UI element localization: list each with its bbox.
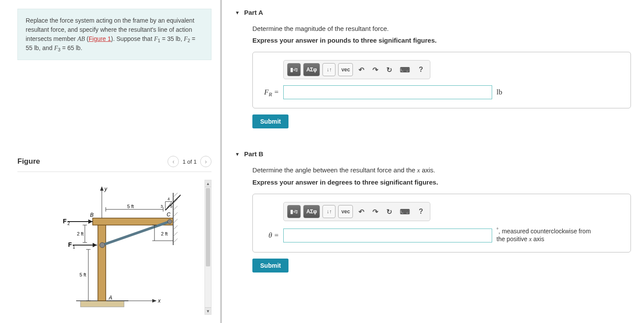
problem-statement: Replace the force system acting on the f…	[17, 9, 211, 60]
undo-icon[interactable]: ↶	[356, 63, 367, 76]
part-b-input[interactable]	[283, 229, 492, 242]
pager-next-button[interactable]: ›	[200, 156, 211, 167]
svg-text:1: 1	[73, 245, 75, 249]
svg-marker-17	[100, 186, 104, 191]
part-a-answer-row: FR = lb	[262, 85, 622, 99]
svg-line-8	[173, 212, 178, 217]
figure-title: Figure	[17, 157, 40, 166]
equation-toolbar-b: ▮√▯ ΑΣφ ↓↑ vec ↶ ↷ ↻ ⌨ ?	[283, 202, 430, 221]
svg-point-15	[168, 219, 172, 224]
svg-text:y: y	[104, 186, 107, 192]
equation-toolbar-a: ▮√▯ ΑΣφ ↓↑ vec ↶ ↷ ↻ ⌨ ?	[283, 60, 430, 79]
scroll-down-icon[interactable]: ▼	[205, 307, 211, 314]
svg-text:5 ft: 5 ft	[127, 204, 134, 209]
part-a-title: Part A	[244, 9, 263, 16]
part-b-body: Determine the angle between the resultan…	[235, 162, 631, 281]
svg-text:4: 4	[168, 197, 170, 201]
svg-text:F: F	[68, 241, 72, 248]
part-a-format: Express your answer in pounds to three s…	[252, 37, 631, 44]
svg-rect-2	[98, 221, 106, 301]
f1-val: = 35 lb	[160, 35, 180, 42]
part-b-variable: θ =	[262, 231, 279, 240]
svg-text:2: 2	[67, 221, 70, 226]
help-button[interactable]: ?	[415, 63, 426, 76]
part-b-title: Part B	[244, 150, 263, 158]
svg-marker-23	[88, 219, 93, 224]
part-b-submit-button[interactable]: Submit	[252, 259, 288, 273]
caret-down-icon: ▼	[235, 151, 240, 157]
part-b-header[interactable]: ▼ Part B	[235, 146, 631, 162]
problem-text2: ). Suppose that	[111, 35, 154, 42]
pager-text: 1 of 1	[182, 158, 197, 165]
part-a-body: Determine the magnitude of the resultant…	[235, 20, 631, 137]
template-button[interactable]: ▮√▯	[287, 205, 301, 218]
part-b-answer-box: ▮√▯ ΑΣφ ↓↑ vec ↶ ↷ ↻ ⌨ ? θ = °, measured…	[252, 194, 631, 252]
figure-content: y x F2 F1 F3	[17, 180, 211, 315]
figure-link[interactable]: Figure 1	[89, 35, 111, 42]
vec-button[interactable]: vec	[338, 205, 353, 218]
svg-text:C: C	[167, 212, 171, 218]
left-panel: Replace the force system acting on the f…	[0, 0, 222, 323]
member-ab: AB	[77, 36, 85, 42]
scripts-button[interactable]: ↓↑	[322, 205, 335, 218]
f2-sym: F	[184, 36, 188, 42]
redo-icon[interactable]: ↷	[369, 205, 381, 218]
svg-line-12	[173, 239, 178, 243]
part-a-input[interactable]	[283, 85, 492, 99]
svg-rect-0	[80, 301, 124, 307]
f2-sub: 2	[188, 38, 190, 43]
keyboard-icon[interactable]: ⌨	[397, 205, 413, 218]
part-a-unit: lb	[496, 88, 502, 97]
svg-text:B: B	[90, 212, 94, 218]
part-a-answer-box: ▮√▯ ΑΣφ ↓↑ vec ↶ ↷ ↻ ⌨ ? FR = lb	[252, 52, 631, 108]
scroll-thumb[interactable]	[206, 188, 210, 266]
figure-scrollbar[interactable]: ▲ ▼	[205, 180, 211, 315]
f3-sym: F	[54, 45, 58, 51]
reset-icon[interactable]: ↻	[383, 63, 395, 76]
template-button[interactable]: ▮√▯	[287, 63, 301, 76]
keyboard-icon[interactable]: ⌨	[397, 63, 413, 76]
f3-val: = 65 lb	[60, 44, 80, 51]
part-a-submit-button[interactable]: Submit	[252, 114, 288, 128]
figure-pager: ‹ 1 of 1 ›	[168, 156, 211, 167]
greek-button[interactable]: ΑΣφ	[303, 205, 320, 218]
part-b-unit: °, measured counterclockwise from the po…	[496, 227, 592, 243]
undo-icon[interactable]: ↶	[356, 205, 367, 218]
svg-text:x: x	[158, 298, 161, 304]
scroll-up-icon[interactable]: ▲	[205, 180, 211, 187]
svg-marker-27	[93, 243, 97, 247]
svg-text:5: 5	[170, 204, 172, 209]
right-panel: ▼ Part A Determine the magnitude of the …	[222, 0, 644, 323]
svg-line-7	[173, 206, 178, 210]
part-b-answer-row: θ = °, measured counterclockwise from th…	[262, 227, 622, 243]
svg-text:5 ft: 5 ft	[80, 272, 86, 277]
vec-button[interactable]: vec	[338, 63, 353, 76]
part-b-instruction: Determine the angle between the resultan…	[252, 166, 631, 174]
svg-line-11	[173, 232, 178, 236]
figure-diagram: y x F2 F1 F3	[17, 180, 205, 315]
pager-prev-button[interactable]: ‹	[168, 156, 179, 167]
svg-marker-20	[152, 299, 157, 303]
svg-text:3: 3	[161, 204, 163, 209]
svg-text:F: F	[63, 218, 67, 225]
caret-down-icon: ▼	[235, 10, 240, 15]
svg-line-5	[173, 193, 178, 197]
svg-text:A: A	[108, 295, 112, 301]
part-b-format: Express your answer in degrees to three …	[252, 178, 631, 186]
figure-section: Figure ‹ 1 of 1 ›	[17, 156, 211, 315]
svg-text:2 ft: 2 ft	[77, 231, 84, 236]
scripts-button[interactable]: ↓↑	[322, 63, 335, 76]
greek-button[interactable]: ΑΣφ	[303, 63, 320, 76]
redo-icon[interactable]: ↷	[369, 63, 381, 76]
f1-sub: 1	[158, 38, 160, 43]
reset-icon[interactable]: ↻	[383, 205, 395, 218]
figure-header: Figure ‹ 1 of 1 ›	[17, 156, 211, 172]
svg-line-9	[173, 219, 178, 223]
svg-line-10	[173, 225, 178, 230]
part-a-variable: FR =	[262, 88, 279, 97]
svg-point-14	[100, 242, 105, 248]
part-a-header[interactable]: ▼ Part A	[235, 4, 631, 20]
part-a-instruction: Determine the magnitude of the resultant…	[252, 25, 631, 32]
help-button[interactable]: ?	[415, 205, 426, 218]
svg-text:2 ft: 2 ft	[161, 231, 168, 236]
